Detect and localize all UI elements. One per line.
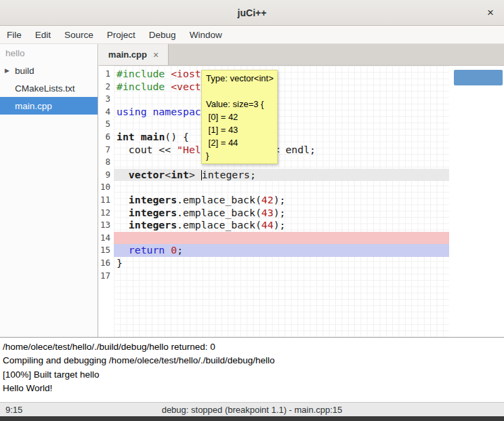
menu-item-edit[interactable]: Edit bbox=[28, 30, 58, 40]
sidebar: hello ▶buildCMakeLists.txtmain.cpp bbox=[0, 44, 98, 337]
sidebar-item-cmakelists-txt[interactable]: CMakeLists.txt bbox=[0, 79, 98, 97]
code-line[interactable]: 15 return 0; bbox=[99, 244, 449, 257]
line-number: 14 bbox=[99, 232, 114, 245]
tab-label: main.cpp bbox=[108, 49, 147, 60]
code-line[interactable]: 9 vector<int> integers; bbox=[99, 169, 449, 182]
tooltip-line: [0] = 42 bbox=[206, 111, 273, 123]
line-number: 11 bbox=[99, 194, 114, 207]
tab-close-icon[interactable]: × bbox=[153, 49, 159, 60]
project-selector[interactable]: hello bbox=[0, 44, 98, 62]
code-text bbox=[114, 232, 449, 245]
line-number: 9 bbox=[99, 169, 114, 182]
tooltip-line: Type: vector<int> bbox=[206, 72, 273, 85]
line-number: 15 bbox=[99, 244, 114, 257]
line-number: 3 bbox=[99, 93, 114, 106]
file-tree: ▶buildCMakeLists.txtmain.cpp bbox=[0, 62, 98, 115]
code-line[interactable]: 12 integers.emplace_back(43); bbox=[99, 207, 449, 220]
editor-area: main.cpp × 1#include <iostream>2#include… bbox=[99, 44, 504, 337]
tab-main-cpp[interactable]: main.cpp × bbox=[99, 44, 169, 65]
sidebar-item-build[interactable]: ▶build bbox=[0, 62, 98, 79]
line-number: 2 bbox=[99, 81, 114, 94]
window-title: juCi++ bbox=[238, 7, 267, 18]
menu-item-file[interactable]: File bbox=[0, 30, 28, 40]
line-number: 17 bbox=[99, 270, 114, 283]
line-number: 10 bbox=[99, 181, 114, 194]
tooltip-line: [2] = 44 bbox=[206, 136, 273, 149]
code-line[interactable]: 17 bbox=[99, 270, 449, 283]
file-label: main.cpp bbox=[15, 101, 52, 111]
menu-item-source[interactable]: Source bbox=[58, 30, 100, 40]
code-line[interactable]: 13 integers.emplace_back(44); bbox=[99, 219, 449, 232]
code-editor[interactable]: 1#include <iostream>2#include <vector>34… bbox=[99, 66, 504, 337]
line-number: 12 bbox=[99, 207, 114, 220]
output-line: /home/olece/test/hello/./build/debug/hel… bbox=[3, 340, 504, 354]
file-label: CMakeLists.txt bbox=[15, 83, 75, 94]
code-text: return 0; bbox=[114, 244, 449, 257]
tab-bar: main.cpp × bbox=[99, 44, 504, 66]
code-text: cout << "Hello World!" << endl; bbox=[114, 144, 449, 157]
tooltip-line: } bbox=[206, 149, 273, 162]
line-number: 1 bbox=[99, 68, 114, 81]
status-bar: 9:15 debug: stopped (breakpoint 1.1) - m… bbox=[0, 402, 504, 416]
sidebar-item-main-cpp[interactable]: main.cpp bbox=[0, 97, 98, 115]
code-text: integers.emplace_back(42); bbox=[114, 194, 449, 207]
output-line: Hello World! bbox=[3, 382, 504, 395]
line-number: 4 bbox=[99, 106, 114, 119]
line-number: 7 bbox=[99, 144, 114, 157]
menu-item-debug[interactable]: Debug bbox=[142, 30, 183, 40]
code-text bbox=[114, 93, 449, 106]
code-text: using namespace std; bbox=[114, 106, 449, 119]
line-number: 8 bbox=[99, 156, 114, 169]
tooltip-line: [1] = 43 bbox=[206, 123, 273, 136]
line-number: 13 bbox=[99, 219, 114, 232]
code-text bbox=[114, 270, 449, 283]
line-number: 5 bbox=[99, 118, 114, 131]
code-text bbox=[114, 181, 449, 194]
code-text: vector<int> integers; bbox=[114, 169, 449, 182]
line-number: 16 bbox=[99, 257, 114, 270]
output-line: Compiling and debugging /home/olece/test… bbox=[3, 354, 504, 367]
code-text: integers.emplace_back(44); bbox=[114, 219, 449, 232]
code-text bbox=[114, 118, 449, 131]
tooltip-line bbox=[206, 85, 273, 98]
expander-icon[interactable]: ▶ bbox=[5, 67, 9, 74]
close-icon[interactable]: × bbox=[484, 6, 497, 20]
bottom-strip bbox=[0, 416, 504, 421]
title-bar: juCi++ × bbox=[0, 0, 504, 26]
status-message: debug: stopped (breakpoint 1.1) - main.c… bbox=[0, 405, 504, 415]
menu-item-project[interactable]: Project bbox=[100, 30, 142, 40]
output-panel[interactable]: /home/olece/test/hello/./build/debug/hel… bbox=[0, 337, 504, 402]
file-label: build bbox=[15, 66, 35, 76]
code-text: integers.emplace_back(43); bbox=[114, 207, 449, 220]
code-line[interactable]: 14 bbox=[99, 232, 449, 245]
line-number: 6 bbox=[99, 131, 114, 144]
scrollbar-thumb[interactable] bbox=[454, 70, 503, 85]
code-text: int main() { bbox=[114, 131, 449, 144]
code-text: #include <iostream> bbox=[114, 68, 449, 81]
code-text bbox=[114, 156, 449, 169]
debug-tooltip: Type: vector<int> Value: size=3 { [0] = … bbox=[201, 70, 278, 164]
code-line[interactable]: 16} bbox=[99, 257, 449, 270]
output-line: [100%] Built target hello bbox=[3, 368, 504, 382]
code-text: #include <vector> bbox=[114, 81, 449, 94]
menu-item-window[interactable]: Window bbox=[183, 30, 229, 40]
code-line[interactable]: 10 bbox=[99, 181, 449, 194]
menu-bar: FileEditSourceProjectDebugWindow bbox=[0, 26, 504, 44]
code-text: } bbox=[114, 257, 449, 270]
tooltip-line: Value: size=3 { bbox=[206, 98, 273, 111]
code-line[interactable]: 11 integers.emplace_back(42); bbox=[99, 194, 449, 207]
